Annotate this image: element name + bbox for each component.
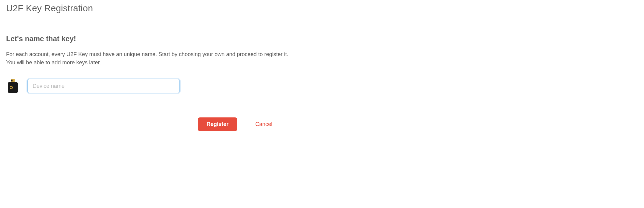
form-row xyxy=(6,79,638,93)
usb-key-icon xyxy=(8,79,19,93)
description: For each account, every U2F Key must hav… xyxy=(6,50,638,67)
register-button[interactable]: Register xyxy=(198,117,237,131)
subtitle: Let's name that key! xyxy=(6,34,638,43)
divider xyxy=(6,22,638,22)
device-name-input[interactable] xyxy=(27,79,180,93)
description-line-1: For each account, every U2F Key must hav… xyxy=(6,50,638,59)
page-title: U2F Key Registration xyxy=(6,3,638,13)
button-row: Register Cancel xyxy=(6,117,638,131)
description-line-2: You will be able to add more keys later. xyxy=(6,59,638,67)
cancel-button[interactable]: Cancel xyxy=(255,121,272,127)
